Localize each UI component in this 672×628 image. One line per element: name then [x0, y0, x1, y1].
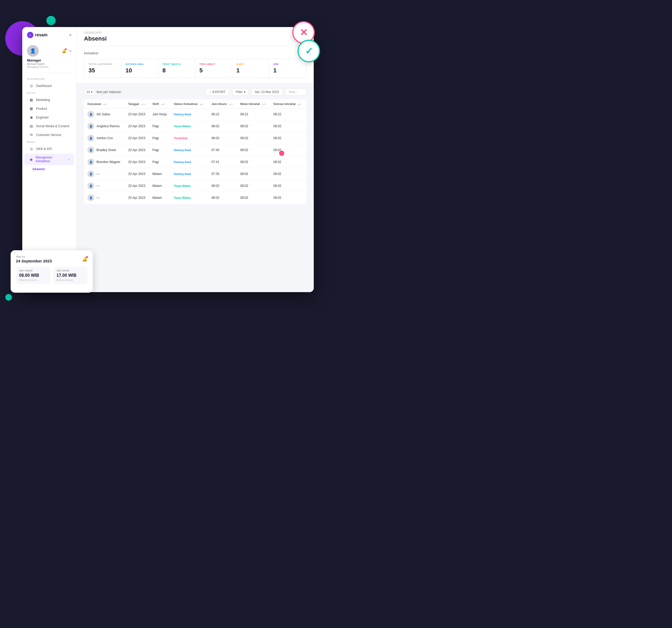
sort-selesai-icon[interactable]: ▲▼: [297, 103, 302, 106]
cell-jam-absen: 08:02: [208, 192, 237, 204]
sidebar-label-product: Product: [36, 107, 47, 111]
card-notification-dot: [86, 256, 88, 258]
check-icon-circle: ✓: [297, 40, 320, 62]
sidebar-item-okr[interactable]: ◎ OKR & KPI: [24, 145, 74, 153]
stat-label-tepat-waktu: TEPAT WAKTU: [163, 63, 191, 66]
stat-label-sakit: SAKIT: [236, 63, 265, 66]
export-button[interactable]: ↓ EXPORT: [206, 88, 230, 96]
export-label: EXPORT: [213, 90, 225, 94]
logout-icon[interactable]: ↪: [68, 49, 72, 53]
items-per-page-selector[interactable]: 10 ▾ item per halaman: [84, 89, 121, 95]
cell-mulai-istirahat: 08:02: [237, 120, 270, 132]
sort-tanggal-icon[interactable]: ▲▼: [141, 103, 145, 106]
jam-keluar-label: Jam keluar: [56, 269, 84, 272]
sidebar-item-absensi[interactable]: Absensi: [24, 166, 74, 172]
status-badge: Datang Awal: [174, 113, 191, 116]
sidebar-label-engineer: Engineer: [36, 116, 49, 119]
cell-status: Tepat Waktu: [171, 192, 208, 204]
logo-icon-text: r: [30, 34, 31, 37]
date-selector[interactable]: Sel, 23 Mar 2023: [251, 88, 283, 96]
stats-section-title: Kehadiran: [84, 51, 306, 55]
stat-card-datang-awal: DATANG AWAL 10: [121, 59, 159, 78]
cell-selesai-istirahat: 08:02: [270, 120, 306, 132]
status-icons: ✕ ✓: [287, 21, 320, 62]
stats-grid: TOTAL KARYAWAN 35 DATANG AWAL 10 TEPAT W…: [84, 59, 306, 78]
col-selesai-istirahat: Selesai Istirahat ▲▼: [270, 100, 306, 109]
logo-icon: r: [27, 32, 33, 38]
page-size-chevron: ▾: [91, 90, 93, 94]
user-icons: 🔔 ↪: [62, 49, 72, 53]
menu-section-label: MENU: [22, 139, 76, 144]
sidebar-item-engineer[interactable]: ◉ Engineer: [24, 113, 74, 121]
page-size-select[interactable]: 10 ▾: [84, 89, 95, 95]
sort-shift-icon[interactable]: ▲▼: [161, 103, 165, 106]
emp-avatar: 👤: [88, 182, 94, 189]
stat-label-total: TOTAL KARYAWAN: [89, 63, 117, 66]
sidebar-item-product[interactable]: ▦ Product: [24, 104, 74, 113]
notification-icon[interactable]: 🔔: [62, 49, 66, 53]
sort-jam-absen-icon[interactable]: ▲▼: [229, 103, 233, 106]
status-badge: Terlambat: [174, 137, 188, 140]
cell-shift: Malam: [149, 192, 171, 204]
status-badge: Datang Awal: [174, 160, 191, 164]
chevron-down-icon: ▾: [68, 158, 69, 161]
attendance-table: Karyawan ▲▼ Tanggal ▲▼ Shift ▲▼ Status: [84, 99, 306, 204]
stat-card-terlambat: TERLAMBAT 5: [195, 59, 232, 78]
manajemen-icon: ◉: [29, 158, 33, 161]
col-shift: Shift ▲▼: [149, 100, 171, 109]
product-icon: ▦: [29, 107, 33, 111]
cell-karyawan: 👤 —: [84, 180, 125, 192]
sidebar-label-okr: OKR & KPI: [36, 147, 52, 151]
emp-avatar: 👤: [88, 123, 94, 130]
emp-name: Angelica Ramos: [96, 124, 120, 128]
sidebar-item-dashboard[interactable]: ◎ Dashboard: [24, 82, 74, 90]
cell-jam-absen: 07:45: [208, 144, 237, 156]
search-input[interactable]: Sear...: [285, 88, 306, 96]
page-title: Absensi: [84, 35, 306, 42]
emp-name: Bradley Greer: [96, 148, 116, 152]
sort-status-icon[interactable]: ▲▼: [199, 103, 204, 106]
status-badge: Tepat Waktu: [174, 184, 191, 187]
cell-jam-absen: 07:35: [208, 168, 237, 180]
dashboard-section-label: DASHBOARD: [22, 76, 76, 82]
cell-status: Datang Awal: [171, 144, 208, 156]
col-status: Status Kehadiran ▲▼: [171, 100, 208, 109]
hamburger-icon[interactable]: ≡: [69, 32, 72, 38]
sidebar-item-manajemen-kehadiran[interactable]: ◉ Manajemen Kehadiran ▾: [24, 154, 74, 165]
sidebar-header: r resam ≡: [22, 32, 76, 42]
cell-jam-absen: 08:02: [208, 132, 237, 144]
user-role: Manager: [27, 58, 41, 62]
jam-masuk-status: Belum check in: [19, 279, 47, 281]
filter-label: Filter: [236, 90, 243, 94]
sort-karyawan-icon[interactable]: ▲▼: [103, 103, 107, 106]
cell-selesai-istirahat: 08:02: [270, 192, 306, 204]
sidebar-label-marketing: Marketing: [36, 98, 50, 102]
stat-value-sakit: 1: [236, 67, 265, 74]
sort-mulai-icon[interactable]: ▲▼: [262, 103, 266, 106]
cell-jam-absen: 07:41: [208, 156, 237, 168]
sidebar-item-customer-service[interactable]: ✉ Customer Service: [24, 131, 74, 139]
cell-status: Datang Awal: [171, 156, 208, 168]
user-title: Managing Director: [27, 66, 49, 68]
sidebar-label-customer-service: Customer Service: [36, 133, 61, 137]
cell-tanggal: 23 Apr 2023: [125, 120, 149, 132]
divisi-section-label: DIVISI: [22, 90, 76, 95]
avatar: 👤: [27, 45, 39, 57]
sidebar-item-marketing[interactable]: ▦ Marketing: [24, 96, 74, 104]
table-toolbar: 10 ▾ item per halaman ↓ EXPORT Filter ▾ …: [84, 88, 306, 96]
emp-avatar: 👤: [88, 170, 94, 177]
sidebar-label-social-media: Social Media & Content: [36, 124, 69, 128]
sidebar-item-label-dashboard: Dashboard: [36, 84, 52, 88]
jam-masuk-card: Jam masuk 08.00 WIB Belum check in: [16, 266, 50, 284]
cell-selesai-istirahat: 08:02: [270, 132, 306, 144]
cell-selesai-istirahat: 08:02: [270, 180, 306, 192]
filter-button[interactable]: Filter ▾: [232, 88, 249, 96]
cell-tanggal: 23 Apr 2023: [125, 109, 149, 120]
cell-mulai-istirahat: 08:02: [237, 168, 270, 180]
engineer-icon: ◉: [29, 115, 33, 119]
card-notification-icon[interactable]: 🔔: [82, 257, 88, 262]
logo-text: resam: [35, 32, 47, 38]
items-per-page-label: item per halaman: [96, 90, 121, 94]
sidebar-item-social-media[interactable]: ▤ Social Media & Content: [24, 122, 74, 130]
bg-decoration-teal: [46, 16, 56, 25]
